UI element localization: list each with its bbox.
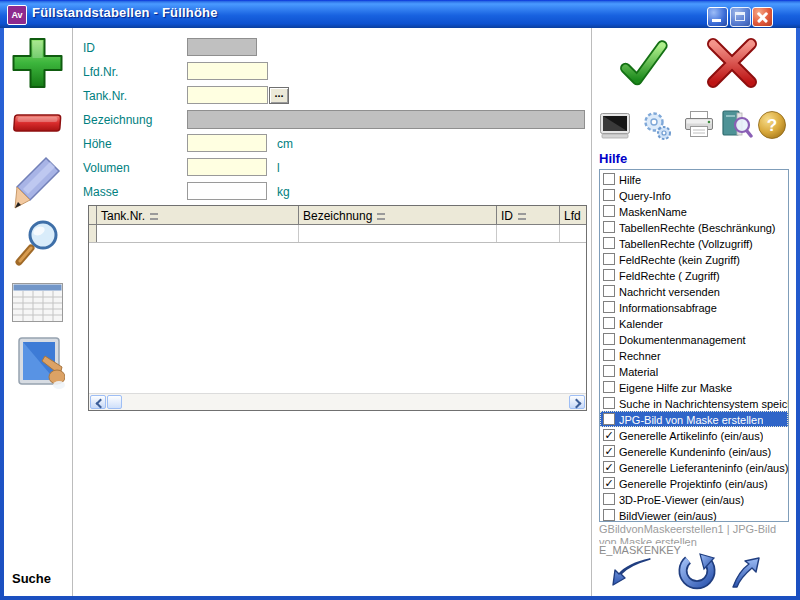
help-button[interactable]: ? — [757, 110, 787, 140]
print-button[interactable] — [683, 110, 715, 140]
checkbox-checked-icon[interactable]: ✓ — [603, 477, 615, 489]
help-option[interactable]: Eigene Hilfe zur Maske — [600, 379, 788, 395]
help-option[interactable]: Query-Info — [600, 187, 788, 203]
checkbox-unchecked-icon[interactable] — [603, 285, 615, 297]
help-option[interactable]: Dokumentenmanagement — [600, 331, 788, 347]
help-option[interactable]: Kalender — [600, 315, 788, 331]
scroll-right-button[interactable] — [569, 395, 585, 409]
document-search-button[interactable] — [721, 108, 753, 142]
help-option[interactable]: ✓Generelle Projektinfo (ein/aus) — [600, 475, 788, 491]
settings-button[interactable] — [641, 110, 673, 142]
select-screen-button[interactable] — [12, 335, 65, 395]
grid-column-id[interactable]: ID — [497, 206, 560, 224]
checkbox-unchecked-icon[interactable] — [603, 381, 615, 393]
masse-field[interactable] — [187, 182, 267, 200]
cancel-button[interactable] — [703, 36, 761, 90]
minimize-icon — [712, 19, 721, 22]
refresh-button[interactable] — [678, 553, 716, 597]
help-option[interactable]: MaskenName — [600, 203, 788, 219]
bezeichnung-field — [187, 110, 585, 129]
help-option[interactable]: ✓Generelle Kundeninfo (ein/aus) — [600, 443, 788, 459]
help-option[interactable]: Suche in Nachrichtensystem speich — [600, 395, 788, 411]
help-option-label: FeldRechte ( Zugriff) — [619, 269, 720, 282]
help-option[interactable]: JPG-Bild von Maske erstellen — [600, 411, 788, 427]
scroll-left-button[interactable] — [90, 395, 106, 409]
checkbox-unchecked-icon[interactable] — [603, 413, 615, 425]
maximize-button[interactable] — [730, 7, 751, 27]
grid-selector-header — [89, 206, 97, 224]
help-option[interactable]: TabellenRechte (Beschränkung) — [600, 219, 788, 235]
close-button[interactable] — [752, 7, 773, 27]
gears-icon — [646, 114, 671, 140]
tanknr-field[interactable] — [187, 86, 268, 104]
help-option[interactable]: ✓Generelle Lieferanteninfo (ein/aus) — [600, 459, 788, 475]
search-records-button[interactable] — [13, 218, 63, 268]
navigate-forward-button[interactable] — [731, 557, 761, 589]
help-options-list[interactable]: HilfeQuery-InfoMaskenNameTabellenRechte … — [599, 169, 789, 522]
help-option[interactable]: FeldRechte (kein Zugriff) — [600, 251, 788, 267]
checkbox-unchecked-icon[interactable] — [603, 317, 615, 329]
touch-screen-icon — [19, 338, 65, 389]
help-option[interactable]: 3D-ProE-Viewer (ein/aus) — [600, 491, 788, 507]
checkbox-unchecked-icon[interactable] — [603, 509, 615, 521]
tanknr-label: Tank.Nr. — [83, 89, 127, 103]
printer-icon — [686, 112, 713, 137]
checkbox-checked-icon[interactable]: ✓ — [603, 461, 615, 473]
help-option-label: BildViewer (ein/aus) — [619, 509, 717, 522]
grid-column-tanknr[interactable]: Tank.Nr. — [97, 206, 299, 224]
help-option-label: TabellenRechte (Beschränkung) — [619, 221, 776, 234]
help-option[interactable]: Hilfe — [600, 171, 788, 187]
title-bar[interactable]: Av Füllstandstabellen - Füllhöhe — [0, 0, 800, 28]
checkbox-checked-icon[interactable]: ✓ — [603, 445, 615, 457]
id-label: ID — [83, 41, 95, 55]
checkbox-unchecked-icon[interactable] — [603, 221, 615, 233]
help-option-label: Generelle Kundeninfo (ein/aus) — [619, 445, 771, 458]
edit-record-button[interactable] — [14, 155, 62, 211]
checkbox-unchecked-icon[interactable] — [603, 333, 615, 345]
checkbox-unchecked-icon[interactable] — [603, 397, 615, 409]
id-field — [187, 38, 257, 56]
navigate-back-button[interactable] — [610, 557, 652, 589]
help-option[interactable]: BildViewer (ein/aus) — [600, 507, 788, 522]
lfdnr-label: Lfd.Nr. — [83, 65, 118, 79]
table-view-button[interactable] — [11, 281, 64, 324]
hoehe-label: Höhe — [83, 137, 112, 151]
help-option[interactable]: Nachricht versenden — [600, 283, 788, 299]
help-option[interactable]: Rechner — [600, 347, 788, 363]
help-option[interactable]: Informationsabfrage — [600, 299, 788, 315]
help-option[interactable]: TabellenRechte (Vollzugriff) — [600, 235, 788, 251]
hoehe-field[interactable] — [187, 134, 267, 152]
grid-horizontal-scrollbar[interactable] — [89, 393, 586, 410]
help-option-label: Generelle Artikelinfo (ein/aus) — [619, 429, 763, 442]
checkbox-unchecked-icon[interactable] — [603, 173, 615, 185]
window-title: Füllstandstabellen - Füllhöhe — [32, 5, 218, 20]
help-option[interactable]: FeldRechte ( Zugriff) — [600, 267, 788, 283]
checkbox-unchecked-icon[interactable] — [603, 269, 615, 281]
help-option[interactable]: ✓Generelle Artikelinfo (ein/aus) — [600, 427, 788, 443]
tanknr-lookup-button[interactable]: ... — [269, 87, 289, 104]
checkbox-unchecked-icon[interactable] — [603, 301, 615, 313]
checkbox-unchecked-icon[interactable] — [603, 205, 615, 217]
help-option-label: Kalender — [619, 317, 663, 330]
scrollbar-thumb[interactable] — [107, 395, 122, 409]
add-record-button[interactable] — [10, 36, 65, 90]
screen-button[interactable] — [599, 110, 631, 140]
checkbox-unchecked-icon[interactable] — [603, 237, 615, 249]
volumen-field[interactable] — [187, 158, 267, 176]
grid-column-lfd[interactable]: Lfd — [560, 206, 586, 224]
lfdnr-field[interactable] — [187, 62, 268, 80]
checkbox-unchecked-icon[interactable] — [603, 365, 615, 377]
checkbox-unchecked-icon[interactable] — [603, 189, 615, 201]
ok-button[interactable] — [618, 38, 668, 90]
checkbox-checked-icon[interactable]: ✓ — [603, 429, 615, 441]
delete-record-button[interactable] — [12, 112, 64, 136]
checkbox-unchecked-icon[interactable] — [603, 493, 615, 505]
checkbox-unchecked-icon[interactable] — [603, 253, 615, 265]
grid-row[interactable] — [89, 225, 586, 243]
help-option[interactable]: Material — [600, 363, 788, 379]
help-option-label: Hilfe — [619, 173, 641, 186]
help-option-label: 3D-ProE-Viewer (ein/aus) — [619, 493, 744, 506]
minimize-button[interactable] — [707, 7, 728, 27]
grid-column-bezeichnung[interactable]: Bezeichnung — [299, 206, 497, 224]
checkbox-unchecked-icon[interactable] — [603, 349, 615, 361]
